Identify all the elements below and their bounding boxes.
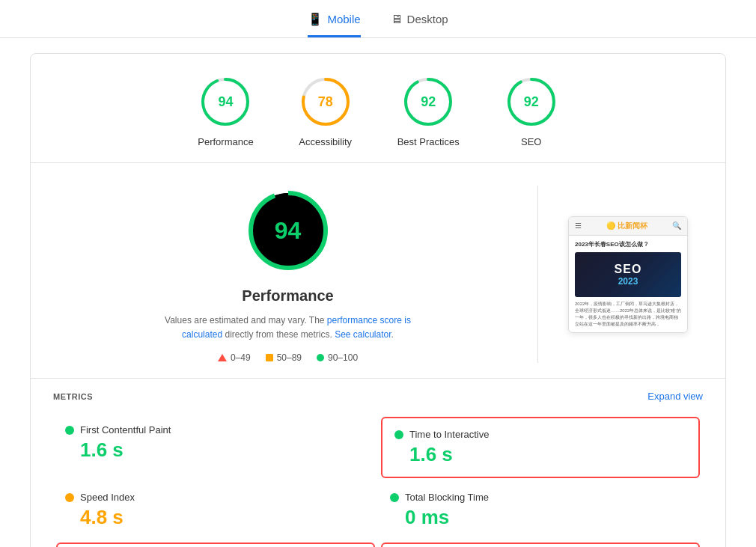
score-row: 94 Performance 78 Accessibility xyxy=(31,54,725,163)
perf-desc-prefix: Values are estimated and may vary. The xyxy=(165,315,327,326)
metric-lcp: Largest Contentful Paint 2.4 s xyxy=(56,543,375,547)
page-wrapper: 📱 Mobile 🖥 Desktop 94 Performance xyxy=(0,0,756,547)
preview-search-icon: 🔍 xyxy=(672,221,681,230)
perf-calc-link[interactable]: See calculator xyxy=(335,329,391,340)
metric-tbt-header: Total Blocking Time xyxy=(390,492,691,503)
vertical-divider xyxy=(537,186,538,363)
preview-card: ☰ 🟡 比新闻杯 🔍 2023年长春SEO该怎么做？ SEO 2023 2022 xyxy=(568,216,688,333)
metrics-title: METRICS xyxy=(53,392,93,401)
perf-desc-mid: directly from these metrics. xyxy=(222,329,335,340)
metric-cls: Cumulative Layout Shift 0 xyxy=(381,543,700,547)
metric-tti-value: 1.6 s xyxy=(409,443,686,466)
score-best-practices: 92 Best Practices xyxy=(397,75,460,147)
preview-logo: 🟡 比新闻杯 xyxy=(606,221,647,231)
score-circle-best-practices: 92 xyxy=(401,75,455,129)
score-seo: 92 SEO xyxy=(504,75,558,147)
score-accessibility: 78 Accessibility xyxy=(299,75,353,147)
preview-year-text: 2023 xyxy=(615,276,642,287)
legend-average-label: 50–89 xyxy=(277,352,302,363)
legend-row: 0–49 50–89 90–100 xyxy=(218,352,358,363)
score-value-seo: 92 xyxy=(524,94,539,110)
perf-left: 94 Performance Values are estimated and … xyxy=(61,186,515,363)
legend-fail-label: 0–49 xyxy=(231,352,251,363)
score-circle-accessibility: 78 xyxy=(299,75,353,129)
legend-pass-label: 90–100 xyxy=(328,352,358,363)
preview-image: SEO 2023 xyxy=(575,252,681,297)
preview-seo-text: SEO xyxy=(615,263,642,276)
metric-fcp-name: First Contentful Paint xyxy=(80,424,171,436)
tab-bar: 📱 Mobile 🖥 Desktop xyxy=(0,0,756,38)
metric-fcp-dot xyxy=(65,426,74,435)
metric-tti-dot xyxy=(394,430,403,439)
metric-tbt-value: 0 ms xyxy=(405,506,691,529)
metric-tbt-dot xyxy=(390,493,399,502)
legend-average-icon xyxy=(266,354,273,361)
preview-section: ☰ 🟡 比新闻杯 🔍 2023年长春SEO该怎么做？ SEO 2023 2022 xyxy=(561,186,695,363)
metric-fcp-value: 1.6 s xyxy=(80,438,366,462)
score-value-accessibility: 78 xyxy=(318,94,333,110)
metric-fcp-header: First Contentful Paint xyxy=(65,424,366,436)
perf-desc-suffix: . xyxy=(391,329,394,340)
metric-tbt: Total Blocking Time 0 ms xyxy=(378,481,703,540)
score-value-best-practices: 92 xyxy=(421,94,436,110)
metric-tbt-name: Total Blocking Time xyxy=(405,492,489,503)
metric-si: Speed Index 4.8 s xyxy=(53,481,378,540)
metrics-section: METRICS Expand view First Contentful Pai… xyxy=(31,379,725,547)
metric-si-value: 4.8 s xyxy=(80,506,366,529)
tab-mobile[interactable]: 📱 Mobile xyxy=(308,12,360,37)
legend-fail-icon xyxy=(218,354,227,361)
legend-pass-icon xyxy=(317,354,324,361)
metric-fcp: First Contentful Paint 1.6 s xyxy=(53,414,378,481)
score-label-performance: Performance xyxy=(198,136,253,147)
main-card: 94 Performance 78 Accessibility xyxy=(30,53,726,547)
middle-section: 94 Performance Values are estimated and … xyxy=(31,163,725,379)
metric-si-header: Speed Index xyxy=(65,492,366,503)
legend-pass: 90–100 xyxy=(317,352,358,363)
score-circle-performance: 94 xyxy=(198,75,252,129)
metric-tti-header: Time to Interactive xyxy=(394,429,686,440)
performance-desc: Values are estimated and may vary. The p… xyxy=(146,314,430,342)
legend-fail: 0–49 xyxy=(218,352,251,363)
tab-mobile-label: Mobile xyxy=(327,13,360,25)
score-label-accessibility: Accessibility xyxy=(299,136,352,147)
preview-content: 2023年长春SEO该怎么做？ SEO 2023 2022年，疫情影响，工厂倒闭… xyxy=(569,236,687,332)
metric-tti-name: Time to Interactive xyxy=(409,429,489,440)
preview-body: 2022年，疫情影响，工厂倒闭，草马迹大集根封店，全球经济形式低迷……2022年… xyxy=(575,301,681,328)
mobile-icon: 📱 xyxy=(308,12,323,26)
score-circle-seo: 92 xyxy=(504,75,558,129)
metrics-grid: First Contentful Paint 1.6 s Time to Int… xyxy=(53,414,703,547)
metric-si-dot xyxy=(65,493,74,502)
metric-si-name: Speed Index xyxy=(80,492,135,503)
legend-average: 50–89 xyxy=(266,352,302,363)
score-label-seo: SEO xyxy=(521,136,541,147)
tab-desktop-label: Desktop xyxy=(407,13,448,25)
score-value-performance: 94 xyxy=(218,94,233,110)
preview-header: ☰ 🟡 比新闻杯 🔍 xyxy=(569,217,687,236)
preview-headline: 2023年长春SEO该怎么做？ xyxy=(575,240,681,248)
score-performance: 94 Performance xyxy=(198,75,253,147)
big-performance-circle: 94 xyxy=(243,186,333,275)
preview-menu-icon: ☰ xyxy=(575,221,582,230)
big-performance-value: 94 xyxy=(275,217,302,245)
metrics-header: METRICS Expand view xyxy=(53,391,703,402)
tab-desktop[interactable]: 🖥 Desktop xyxy=(391,13,448,37)
desktop-icon: 🖥 xyxy=(391,13,403,26)
performance-title: Performance xyxy=(242,287,333,305)
metric-tti: Time to Interactive 1.6 s xyxy=(381,417,700,478)
expand-view-link[interactable]: Expand view xyxy=(647,391,703,402)
score-label-best-practices: Best Practices xyxy=(397,136,460,147)
